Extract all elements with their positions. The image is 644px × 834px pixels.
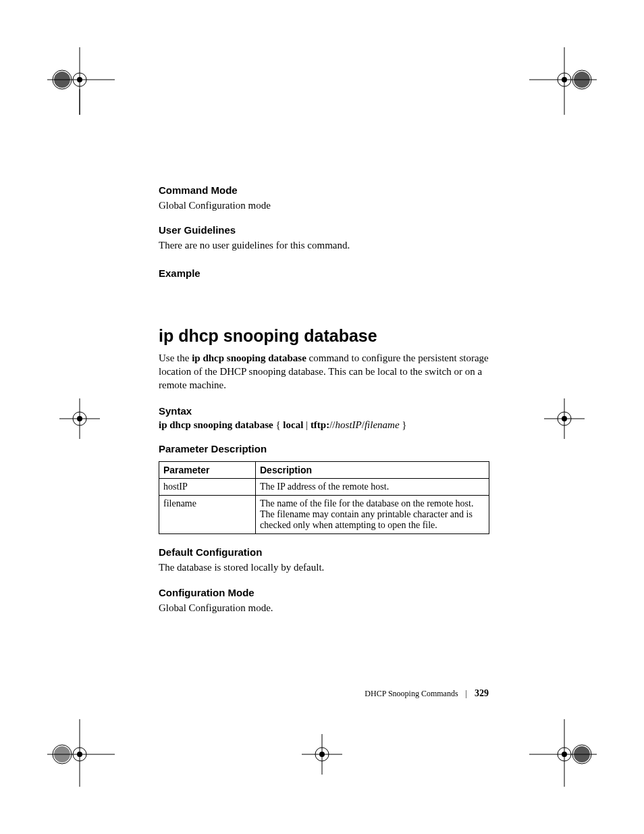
svg-point-5	[77, 77, 82, 82]
crop-mark-bottom-left	[47, 719, 115, 787]
syntax-close: }	[400, 419, 407, 430]
crop-mark-bottom-right	[529, 719, 597, 787]
syntax-open: {	[273, 419, 284, 430]
svg-point-32	[562, 416, 567, 421]
command-intro: Use the ip dhcp snooping database comman…	[159, 351, 489, 392]
syntax-pipe: |	[303, 419, 311, 430]
crop-mark-bottom-center	[302, 734, 342, 775]
intro-prefix: Use the	[159, 353, 192, 363]
td-param: hostIP	[159, 479, 256, 496]
heading-param-desc: Parameter Description	[159, 443, 489, 454]
parameter-table: Parameter Description hostIP The IP addr…	[159, 461, 489, 534]
svg-point-24	[562, 752, 567, 757]
heading-default-config: Default Configuration	[159, 546, 489, 558]
text-config-mode: Global Configuration mode.	[159, 601, 489, 615]
syntax-local: local	[283, 419, 303, 430]
syntax-cmd: ip dhcp snooping database	[159, 419, 273, 430]
td-param: filename	[159, 496, 256, 534]
td-desc: The name of the file for the database on…	[256, 496, 489, 534]
footer-chapter: DHCP Snooping Commands	[365, 689, 458, 698]
table-header-row: Parameter Description	[159, 462, 489, 479]
th-parameter: Parameter	[159, 462, 256, 479]
syntax-filename: filename	[365, 419, 400, 430]
svg-point-18	[77, 752, 82, 757]
page-content: Command Mode Global Configuration mode U…	[159, 172, 489, 615]
crop-mark-mid-right	[544, 398, 585, 439]
text-user-guidelines: There are no user guidelines for this co…	[159, 238, 489, 252]
footer-sep: |	[466, 689, 467, 698]
intro-bold: ip dhcp snooping database	[192, 353, 306, 363]
crop-mark-top-left	[47, 47, 115, 115]
svg-point-28	[77, 416, 82, 421]
svg-point-12	[562, 77, 567, 82]
heading-syntax: Syntax	[159, 405, 489, 417]
table-row: hostIP The IP address of the remote host…	[159, 479, 489, 496]
table-row: filename The name of the file for the da…	[159, 496, 489, 534]
heading-user-guidelines: User Guidelines	[159, 224, 489, 236]
syntax-hostip: hostIP	[336, 419, 362, 430]
syntax-line: ip dhcp snooping database { local | tftp…	[159, 419, 489, 431]
td-desc: The IP address of the remote host.	[256, 479, 489, 496]
crop-mark-mid-left	[59, 398, 100, 439]
text-command-mode: Global Configuration mode	[159, 199, 489, 212]
th-description: Description	[256, 462, 489, 479]
heading-command-mode: Command Mode	[159, 184, 489, 196]
crop-mark-top-right	[529, 47, 597, 115]
svg-point-36	[319, 752, 325, 757]
syntax-tftp: tftp:	[311, 419, 329, 430]
heading-config-mode: Configuration Mode	[159, 587, 489, 598]
text-default-config: The database is stored locally by defaul…	[159, 561, 489, 574]
page-footer: DHCP Snooping Commands | 329	[365, 688, 489, 699]
heading-example: Example	[159, 267, 489, 279]
command-title: ip dhcp snooping database	[159, 326, 489, 346]
syntax-slashes: //	[329, 419, 335, 430]
footer-page-number: 329	[475, 688, 489, 698]
